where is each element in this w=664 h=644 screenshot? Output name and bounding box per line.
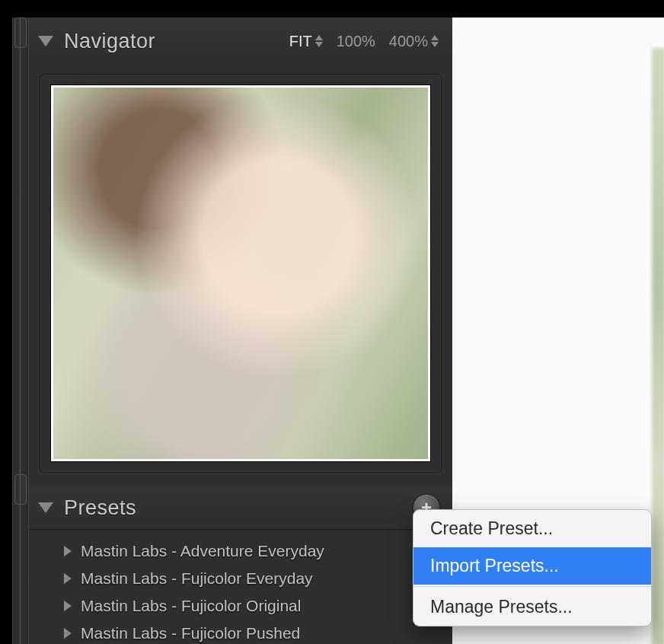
navigator-disclosure-icon[interactable]: [38, 36, 53, 46]
app-window: Navigator FIT 100% 400%: [0, 0, 664, 644]
panel-rail[interactable]: [12, 18, 29, 644]
navigator-preview-image: [53, 88, 428, 459]
zoom-fit[interactable]: FIT: [289, 33, 323, 50]
zoom-fit-label: FIT: [289, 33, 312, 50]
menu-import-presets-label: Import Presets...: [430, 556, 559, 575]
navigator-preview-frame: [40, 74, 442, 473]
zoom-fit-stepper-icon[interactable]: [315, 35, 323, 47]
preset-folder-label: Mastin Labs - Adventure Everyday: [81, 542, 324, 560]
presets-list: Mastin Labs - Adventure Everyday Mastin …: [29, 529, 452, 644]
presets-panel-header[interactable]: Presets +: [29, 486, 452, 529]
zoom-100[interactable]: 100%: [337, 33, 375, 50]
menu-create-preset[interactable]: Create Preset...: [413, 510, 651, 547]
navigator-preview[interactable]: [51, 85, 430, 461]
chevron-right-icon: [64, 601, 72, 611]
left-panel: Navigator FIT 100% 400%: [29, 18, 452, 644]
presets-context-menu: Create Preset... Import Presets... Manag…: [413, 509, 652, 626]
preset-folder[interactable]: Mastin Labs - Fujicolor Original: [40, 592, 442, 620]
menu-import-presets[interactable]: Import Presets...: [413, 547, 651, 585]
chevron-right-icon: [64, 573, 72, 584]
preset-folder[interactable]: Mastin Labs - Fujicolor Pushed: [40, 620, 442, 644]
presets-title: Presets: [64, 496, 413, 520]
zoom-400[interactable]: 400%: [389, 33, 439, 50]
zoom-400-label: 400%: [389, 33, 428, 50]
preset-folder-label: Mastin Labs - Fujicolor Pushed: [81, 624, 300, 642]
main-image-edge: [652, 48, 664, 644]
zoom-400-stepper-icon[interactable]: [431, 35, 439, 47]
preset-folder-label: Mastin Labs - Fujicolor Original: [81, 597, 301, 615]
zoom-100-label: 100%: [337, 33, 375, 50]
chevron-right-icon: [64, 628, 72, 639]
rail-grip-bottom[interactable]: [14, 474, 27, 505]
navigator-title: Navigator: [64, 30, 289, 53]
chevron-right-icon: [64, 546, 72, 556]
rail-grip-top[interactable]: [14, 18, 27, 48]
presets-disclosure-icon[interactable]: [38, 502, 53, 513]
menu-separator: [413, 586, 651, 587]
preset-folder-label: Mastin Labs - Fujicolor Everyday: [81, 569, 313, 588]
menu-manage-presets-label: Manage Presets...: [430, 597, 573, 617]
menu-create-preset-label: Create Preset...: [430, 518, 553, 538]
navigator-panel-header[interactable]: Navigator FIT 100% 400%: [29, 18, 452, 65]
preset-folder[interactable]: Mastin Labs - Fujicolor Everyday: [40, 565, 442, 592]
preset-folder[interactable]: Mastin Labs - Adventure Everyday: [40, 537, 442, 565]
menu-manage-presets[interactable]: Manage Presets...: [413, 588, 651, 626]
navigator-zoom-controls: FIT 100% 400%: [289, 33, 439, 50]
